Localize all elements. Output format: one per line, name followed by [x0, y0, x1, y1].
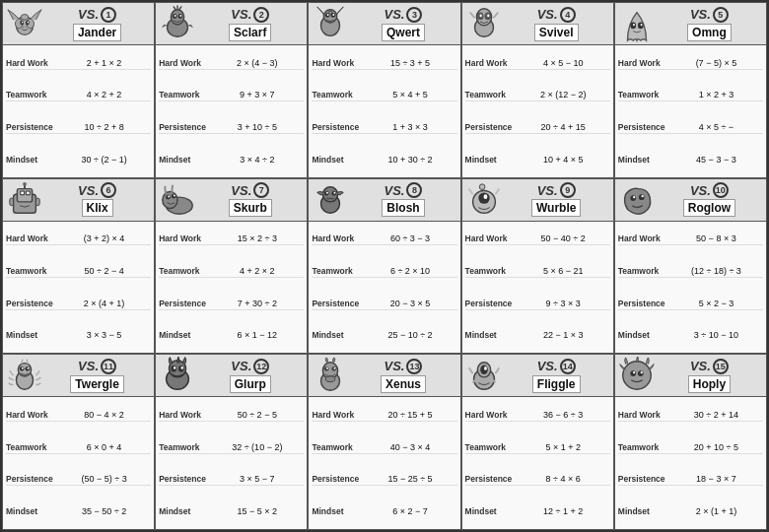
row-label: Mindset	[6, 506, 57, 516]
card-row: Persistence20 ÷ 4 + 15	[465, 121, 610, 134]
row-label: Mindset	[465, 506, 517, 516]
row-label: Persistence	[159, 299, 210, 308]
row-label: Hard Work	[312, 58, 363, 68]
card-8: VS.8BloshHard Work60 ÷ 3 − 3Teamwork6 ÷ …	[308, 178, 460, 355]
row-value: 5 × 1 + 2	[517, 442, 610, 452]
card-3: VS.3QwertHard Work15 ÷ 3 + 5Teamwork5 × …	[308, 2, 460, 178]
svg-point-59	[633, 196, 635, 198]
card-row: Teamwork5 × 6 − 21	[465, 265, 610, 278]
card-row: Mindset6 × 1 − 12	[159, 329, 304, 341]
card-row: Persistence20 − 3 × 5	[312, 298, 456, 310]
card-row: Teamwork32 ÷ (10 − 2)	[159, 441, 304, 454]
svg-point-6	[28, 22, 30, 24]
svg-point-86	[638, 371, 644, 377]
row-value: 20 + 10 ÷ 5	[669, 442, 763, 452]
svg-point-7	[21, 15, 29, 21]
row-label: Persistence	[465, 122, 517, 132]
card-row: Mindset10 + 4 × 5	[465, 154, 610, 166]
card-row: Teamwork5 × 4 + 5	[312, 89, 456, 101]
card-row: Teamwork50 ÷ 2 − 4	[6, 265, 151, 278]
vs-label: VS.	[537, 183, 558, 198]
card-number: 3	[406, 7, 422, 23]
card-15: VS.15HoplyHard Work30 ÷ 2 + 14Teamwork20…	[614, 354, 767, 530]
row-value: 15 − 5 × 2	[210, 506, 304, 516]
card-number: 8	[406, 182, 422, 198]
row-label: Mindset	[159, 506, 210, 516]
card-row: Teamwork(12 ÷ 18) ÷ 3	[618, 265, 763, 278]
row-value: 2 × (12 − 2)	[517, 90, 610, 100]
monster-name: Klix	[82, 199, 113, 217]
row-value: 40 − 3 × 4	[363, 442, 456, 452]
card-11: VS.11TwergleHard Work80 − 4 × 2Teamwork6…	[2, 354, 155, 530]
row-label: Teamwork	[618, 442, 669, 452]
row-value: 18 − 3 × 7	[669, 474, 763, 484]
row-value: 6 × 0 + 4	[57, 442, 151, 452]
monster-name: Glurp	[230, 375, 271, 393]
card-row: Persistence18 − 3 × 7	[618, 473, 763, 486]
monster-name: Blosh	[382, 199, 424, 217]
row-label: Hard Work	[618, 58, 669, 68]
monster-6	[159, 181, 196, 219]
card-number: 10	[713, 182, 729, 198]
card-row: Teamwork4 × 2 + 2	[6, 89, 151, 101]
monster-14	[618, 357, 656, 394]
card-row: Teamwork6 × 0 + 4	[6, 441, 151, 454]
svg-point-70	[178, 366, 184, 372]
monster-2	[312, 5, 349, 42]
row-value: 6 × 1 − 12	[210, 330, 304, 340]
row-label: Mindset	[618, 330, 669, 340]
card-row: Mindset3 ÷ 10 − 10	[618, 329, 763, 341]
vs-label: VS.	[537, 359, 558, 373]
row-value: 15 − 25 ÷ 5	[363, 474, 456, 484]
row-value: 20 ÷ 15 + 5	[363, 410, 456, 420]
row-value: 10 + 4 × 5	[517, 155, 610, 165]
row-label: Teamwork	[6, 90, 57, 100]
row-label: Hard Work	[618, 410, 669, 420]
row-value: 45 − 3 − 3	[669, 155, 763, 165]
svg-point-18	[327, 14, 329, 16]
card-row: Persistence5 × 2 − 3	[618, 298, 763, 310]
card-row: Hard Work(7 − 5) × 5	[618, 57, 763, 70]
vs-label: VS.	[690, 183, 711, 198]
svg-point-5	[22, 22, 24, 24]
row-label: Hard Work	[618, 233, 669, 243]
svg-point-51	[326, 191, 328, 193]
svg-point-65	[22, 367, 24, 369]
svg-rect-36	[27, 191, 30, 194]
row-value: 8 ÷ 4 × 6	[517, 474, 610, 484]
card-4: VS.4SvivelHard Work4 × 5 − 10Teamwork2 ×…	[461, 2, 614, 178]
row-label: Teamwork	[312, 266, 363, 276]
row-label: Mindset	[312, 330, 363, 340]
row-value: 25 − 10 ÷ 2	[363, 330, 456, 340]
svg-rect-38	[35, 198, 39, 206]
svg-point-26	[487, 15, 489, 18]
card-14: VS.14FliggleHard Work36 − 6 ÷ 3Teamwork5…	[461, 354, 614, 530]
card-row: Persistence8 ÷ 4 × 6	[465, 473, 610, 486]
card-row: Mindset45 − 3 − 3	[618, 154, 763, 166]
row-label: Persistence	[312, 299, 363, 308]
monster-9	[618, 181, 656, 219]
row-label: Teamwork	[6, 266, 57, 276]
card-row: Persistence3 + 10 ÷ 5	[159, 121, 304, 134]
row-value: 2 × (1 + 1)	[669, 506, 763, 516]
row-value: 1 × 2 + 3	[669, 90, 763, 100]
row-value: 3 × 5 − 7	[210, 474, 304, 484]
row-label: Hard Work	[312, 410, 363, 420]
row-value: 1 + 3 × 3	[363, 122, 456, 132]
card-row: Persistence(50 − 5) ÷ 3	[6, 473, 151, 486]
row-label: Persistence	[6, 474, 57, 484]
row-label: Teamwork	[312, 442, 363, 452]
svg-point-29	[633, 24, 635, 26]
monster-3	[465, 5, 503, 42]
svg-point-28	[638, 23, 644, 30]
card-row: Persistence9 ÷ 3 × 3	[465, 298, 610, 310]
row-value: (3 + 2) × 4	[57, 233, 151, 243]
card-row: Hard Work(3 + 2) × 4	[6, 233, 151, 245]
row-value: 5 × 2 − 3	[669, 299, 763, 308]
row-value: 50 − 40 ÷ 2	[517, 233, 610, 243]
row-value: 4 × 5 ÷ −	[669, 122, 763, 132]
card-row: Teamwork6 ÷ 2 × 10	[312, 265, 456, 278]
svg-point-88	[640, 371, 642, 373]
row-label: Hard Work	[465, 58, 517, 68]
card-number: 4	[560, 7, 576, 23]
